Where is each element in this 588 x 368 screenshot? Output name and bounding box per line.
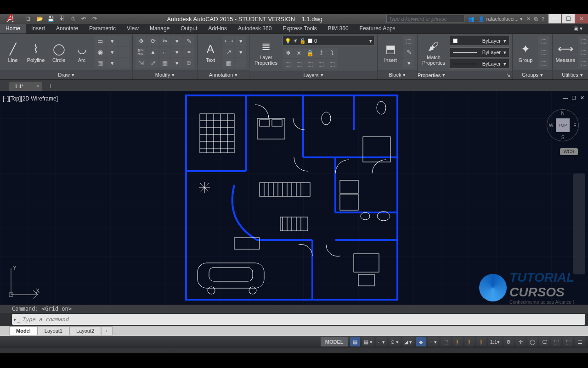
text-button[interactable]: AText [200,42,220,63]
status-grid-icon[interactable]: ▦ [350,337,360,346]
chevron-down-icon[interactable]: ▾ [172,72,175,78]
minimize-button[interactable]: — [548,14,561,23]
color-dropdown[interactable]: ByLayer▾ [450,36,509,46]
measure-button[interactable]: ⟷Measure [555,42,576,63]
stretch-icon[interactable]: ⇲ [136,58,147,68]
view-cube[interactable]: NSEW TOP [547,109,579,141]
tab-insert[interactable]: Insert [26,24,51,33]
create-block-icon[interactable]: ⬚ [403,36,414,46]
line-button[interactable]: ╱Line [3,42,23,63]
edit-attr-icon[interactable]: ▾ [403,58,414,68]
rectangle-icon[interactable]: ▭ [95,36,106,46]
status-osnap-icon[interactable]: ◆ [416,337,426,346]
tab-autodesk360[interactable]: Autodesk 360 [232,24,277,33]
new-tab-button[interactable]: + [46,82,55,89]
chevron-down-icon[interactable]: ▾ [403,72,406,78]
chevron-down-icon[interactable]: ▾ [321,72,323,78]
status-workspace-icon[interactable]: ◯ [527,337,537,346]
trim-icon[interactable]: ✂ [159,36,170,46]
maximize-button[interactable]: ☐ [562,14,575,23]
scale-icon[interactable]: ⤢ [147,58,158,68]
a360-icon[interactable]: ⧉ [534,16,538,22]
redo-icon[interactable]: ↷ [91,15,98,22]
chevron-down-icon[interactable]: ▾ [442,72,445,78]
status-ortho-icon[interactable]: ⌐ ▾ [376,337,387,346]
chevron-down-icon[interactable]: ▾ [235,72,237,78]
move-icon[interactable]: ✥ [136,36,147,46]
lineweight-dropdown[interactable]: ByLayer▾ [450,47,509,57]
erase-icon[interactable]: ✎ [183,36,194,46]
status-dynucs-icon[interactable]: 🚶 [476,337,486,346]
status-gear-icon[interactable]: ⚙ [503,337,514,346]
ellipse-icon[interactable]: ◉ [95,47,106,57]
tab-output[interactable]: Output [175,24,203,33]
vp-minimize-icon[interactable]: — [562,95,569,101]
user-menu[interactable]: 👤 rafaelcolucci... ▾ [478,16,522,22]
circle-button[interactable]: ◯Circle [49,42,69,63]
status-monitor-icon[interactable]: 🖵 [539,337,549,346]
status-cleanscreen-icon[interactable]: ☰ [575,337,585,346]
navigation-bar[interactable] [573,173,585,274]
array-icon[interactable]: ▦ [159,58,170,68]
viewport-label[interactable]: [–][Top][2D Wireframe] [3,95,58,102]
explode-icon[interactable]: ✶ [183,47,194,57]
layout-tab-layout2[interactable]: Layout2 [69,326,101,335]
tab-addins[interactable]: Add-ins [203,24,232,33]
status-lineweight-icon[interactable]: ≡ ▾ [428,337,438,346]
signin-icon[interactable]: 👥 [468,16,475,22]
layer-dropdown[interactable]: 💡☀🔓 0▾ [283,36,374,46]
vp-maximize-icon[interactable]: ☐ [571,95,577,101]
polyline-button[interactable]: ⌇Polyline [26,42,46,63]
linetype-dropdown[interactable]: ByLayer▾ [450,59,509,69]
status-transparency-icon[interactable]: ⬚ [441,337,451,346]
layout-tab-model[interactable]: Model [9,326,38,335]
command-input[interactable] [22,316,585,323]
status-cycling-icon[interactable]: 🚶 [452,337,463,346]
help-icon[interactable]: ? [542,16,544,22]
open-icon[interactable]: 📂 [36,15,43,22]
new-icon[interactable]: 🗋 [25,15,32,22]
copy-icon[interactable]: ⿻ [136,47,147,57]
drawing-area[interactable]: [–][Top][2D Wireframe] — ☐ ✕ [0,91,588,305]
add-layout-button[interactable]: + [101,326,112,335]
status-isolate-icon[interactable]: ⬚ [563,337,573,346]
tab-annotate[interactable]: Annotate [51,24,84,33]
mirror-icon[interactable]: ▲ [147,47,158,57]
table-icon[interactable]: ▦ [223,58,234,68]
close-button[interactable]: ✕ [575,14,588,23]
status-isodraft-icon[interactable]: ◢ ▾ [402,337,414,346]
vp-close-icon[interactable]: ✕ [579,95,585,101]
layer-properties-button[interactable]: ≣ Layer Properties [252,39,280,66]
chevron-down-icon[interactable]: ▾ [72,72,74,78]
insert-button[interactable]: ⬒Insert [380,42,401,63]
undo-icon[interactable]: ↶ [80,15,87,22]
tab-express-tools[interactable]: Express Tools [277,24,322,33]
wcs-badge[interactable]: WCS [560,148,578,155]
tab-view[interactable]: View [121,24,144,33]
help-search-input[interactable] [386,15,464,23]
exchange-icon[interactable]: ✕ [526,16,531,22]
save-icon[interactable]: 💾 [47,15,54,22]
tab-manage[interactable]: Manage [144,24,175,33]
status-snap-icon[interactable]: ▦ ▾ [362,337,374,346]
linear-dim-icon[interactable]: ⟷ [223,36,234,46]
command-line[interactable]: ▸_ [12,314,585,325]
edit-block-icon[interactable]: ✎ [403,47,414,57]
tab-home[interactable]: Home [0,24,26,33]
offset-icon[interactable]: ⧉ [183,58,194,68]
saveas-icon[interactable]: 🗄 [58,15,65,22]
hatch-icon[interactable]: ▦ [95,58,106,68]
leader-icon[interactable]: ↗ [223,47,234,57]
fillet-icon[interactable]: ⌐ [159,47,170,57]
status-annoscale-icon[interactable]: 1:1 ▾ [488,337,502,346]
rotate-icon[interactable]: ⟳ [147,36,158,46]
ribbon-minimize-icon[interactable]: ▣ ▾ [568,24,588,33]
status-polar-icon[interactable]: ⊙ ▾ [389,337,401,346]
status-hardware-icon[interactable]: ⬚ [551,337,561,346]
group-button[interactable]: ✦Group [515,42,536,63]
drawing-tab-active[interactable]: 1.1*✕ [9,82,42,91]
viewcube-top-face[interactable]: TOP [556,118,570,132]
tab-bim360[interactable]: BIM 360 [322,24,354,33]
arc-button[interactable]: ◡Arc [72,42,92,63]
tab-featured-apps[interactable]: Featured Apps [354,24,401,33]
